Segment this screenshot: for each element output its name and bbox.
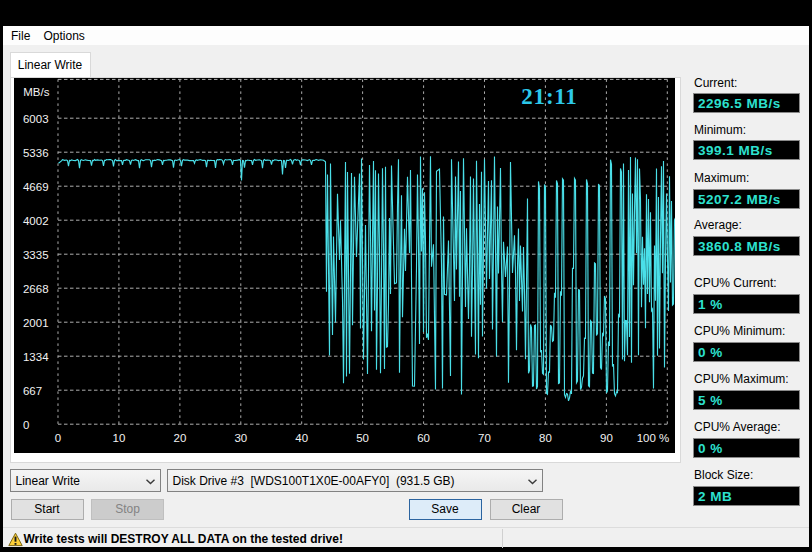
svg-text:30: 30 xyxy=(234,433,247,445)
svg-text:2001: 2001 xyxy=(22,317,48,329)
svg-text:667: 667 xyxy=(22,385,41,397)
svg-text:2668: 2668 xyxy=(22,283,48,295)
svg-text:1334: 1334 xyxy=(22,351,48,363)
svg-text:20: 20 xyxy=(173,433,186,445)
svg-text:70: 70 xyxy=(478,433,491,445)
svg-text:6003: 6003 xyxy=(22,113,48,125)
svg-text:5336: 5336 xyxy=(22,147,48,159)
svg-text:21:11: 21:11 xyxy=(521,84,577,109)
svg-text:4669: 4669 xyxy=(22,181,48,193)
svg-text:60: 60 xyxy=(417,433,430,445)
svg-text:MB/s: MB/s xyxy=(23,86,49,98)
svg-text:4002: 4002 xyxy=(22,215,48,227)
svg-text:50: 50 xyxy=(356,433,369,445)
svg-text:80: 80 xyxy=(539,433,552,445)
svg-text:10: 10 xyxy=(112,433,125,445)
svg-text:0: 0 xyxy=(54,433,60,445)
svg-text:0: 0 xyxy=(22,419,28,431)
svg-text:100 %: 100 % xyxy=(636,433,669,445)
svg-text:90: 90 xyxy=(600,433,613,445)
svg-text:40: 40 xyxy=(295,433,308,445)
svg-text:3335: 3335 xyxy=(22,249,48,261)
